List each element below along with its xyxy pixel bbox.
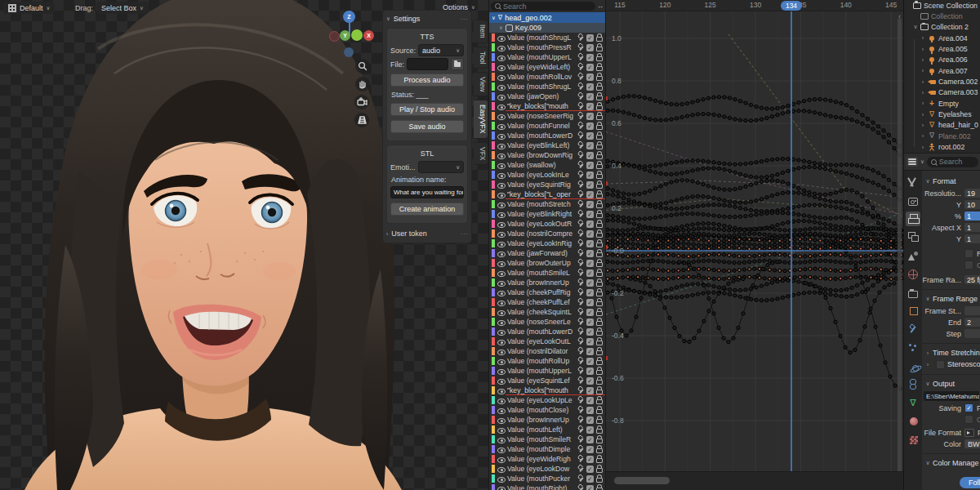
visibility-eye-icon[interactable] [497, 348, 506, 355]
modifier-wrench-icon[interactable] [577, 484, 585, 490]
channel-lock-icon[interactable] [595, 122, 603, 130]
channel-row[interactable]: Value (mouthClose) [489, 405, 605, 415]
outliner-item-area-006[interactable]: ›Area.006 [904, 55, 980, 65]
visibility-eye-icon[interactable] [497, 113, 506, 120]
channel-lock-icon[interactable] [595, 425, 603, 434]
drag-mode-dropdown[interactable]: Select Box ∨ [96, 2, 149, 14]
channel-lock-icon[interactable] [595, 102, 603, 110]
channel-lock-icon[interactable] [595, 327, 603, 336]
visibility-eye-icon[interactable] [497, 240, 506, 247]
visibility-eye-icon[interactable] [497, 181, 506, 189]
visibility-eye-icon[interactable] [497, 220, 506, 228]
emotion-dropdown[interactable]: ∨ [418, 161, 464, 173]
channel-row[interactable]: Value (mouthUpperL [489, 366, 605, 376]
channel-row[interactable]: Value (noseSneerLe [489, 317, 605, 327]
channel-lock-icon[interactable] [595, 200, 603, 208]
channel-enable-checkbox[interactable] [586, 240, 594, 247]
frame-rate-field[interactable]: 25 fp [964, 275, 980, 284]
channel-enable-checkbox[interactable] [586, 309, 594, 316]
visibility-eye-icon[interactable] [497, 211, 506, 218]
channel-row[interactable]: Value (mouthPressR [489, 42, 605, 52]
visibility-eye-icon[interactable] [497, 475, 506, 483]
modifier-wrench-icon[interactable] [577, 367, 585, 375]
sidebar-tab-view[interactable]: View [474, 72, 488, 96]
modifier-wrench-icon[interactable] [577, 474, 585, 483]
chevron-right-icon[interactable]: › [920, 100, 925, 106]
channel-lock-icon[interactable] [595, 278, 603, 287]
channel-lock-icon[interactable] [595, 229, 603, 238]
channel-lock-icon[interactable] [595, 308, 603, 316]
visibility-eye-icon[interactable] [497, 377, 506, 385]
channel-lock-icon[interactable] [595, 484, 603, 490]
outliner-item-area-007[interactable]: ›Area.007 [904, 65, 980, 76]
channel-row[interactable]: Value (mouthLowerD [489, 131, 605, 140]
sidebar-tab-vfx[interactable]: VFX [474, 142, 488, 166]
properties-tab-world[interactable] [906, 266, 920, 281]
channel-enable-checkbox[interactable] [586, 122, 594, 130]
ren-checkbox[interactable] [964, 249, 973, 258]
properties-tab-view-layer[interactable] [906, 229, 920, 244]
visibility-eye-icon[interactable] [497, 368, 506, 375]
modifier-wrench-icon[interactable] [577, 435, 585, 443]
modifier-wrench-icon[interactable] [577, 200, 585, 208]
visibility-eye-icon[interactable] [497, 426, 506, 434]
modifier-wrench-icon[interactable] [577, 92, 585, 100]
modifier-wrench-icon[interactable] [577, 278, 585, 287]
follow-scene-button[interactable]: Follo. [960, 477, 980, 488]
channel-row[interactable]: Value (noseSneerRig [489, 111, 605, 121]
channel-enable-checkbox[interactable] [586, 338, 594, 345]
channel-row[interactable]: Value (eyeBlinkRight [489, 209, 605, 219]
gizmo-z-axis[interactable]: Z [343, 11, 355, 23]
channel-lock-icon[interactable] [595, 406, 603, 414]
channel-row[interactable]: Value (swallow) [489, 160, 605, 170]
modifier-wrench-icon[interactable] [577, 318, 585, 326]
outliner-item-area-004[interactable]: ›Area.004 [904, 33, 980, 43]
camera-view-button[interactable] [354, 95, 369, 109]
visibility-eye-icon[interactable] [497, 299, 506, 306]
channel-lock-icon[interactable] [595, 318, 603, 326]
channel-lock-icon[interactable] [595, 347, 603, 355]
channel-lock-icon[interactable] [595, 180, 603, 189]
settings-panel-header[interactable]: ∨ Settings ⋯ [386, 13, 468, 24]
channel-row[interactable]: Value (browOuterUp [489, 258, 605, 268]
visibility-eye-icon[interactable] [497, 446, 506, 453]
outliner-item-root-002[interactable]: ›root.002 [904, 141, 980, 152]
channel-row[interactable]: "key_blocks["mouth [489, 101, 605, 111]
channel-row[interactable]: Value (mouthShrugL [489, 82, 605, 91]
outliner-item-camera-003[interactable]: ›Camera.003 [904, 87, 980, 98]
channel-row[interactable]: Value (mouthStretch [489, 199, 605, 209]
vertical-scrollbar[interactable] [898, 18, 902, 479]
modifier-wrench-icon[interactable] [577, 445, 585, 453]
channel-enable-checkbox[interactable] [586, 485, 594, 490]
modifier-wrench-icon[interactable] [577, 210, 585, 218]
channel-lock-icon[interactable] [595, 288, 603, 296]
channel-row[interactable]: Value (browInnerUp [489, 415, 605, 425]
channel-lock-icon[interactable] [595, 396, 603, 404]
channel-row[interactable]: Value (mouthPucker [489, 474, 605, 483]
source-dropdown[interactable]: audio ∨ [418, 44, 464, 56]
channel-enable-checkbox[interactable] [586, 74, 594, 81]
visibility-eye-icon[interactable] [497, 397, 506, 404]
channel-enable-checkbox[interactable] [586, 113, 594, 120]
format-section-header[interactable]: ∨ Format [922, 176, 980, 187]
channel-lock-icon[interactable] [595, 171, 603, 179]
properties-tab-particles[interactable] [906, 340, 920, 354]
create-animation-button[interactable]: Create animation [390, 203, 464, 216]
visibility-eye-icon[interactable] [497, 328, 506, 336]
output-section-header[interactable]: ∨ Output [922, 378, 980, 390]
outliner-item-area-005[interactable]: ›Area.005 [904, 43, 980, 54]
channel-row[interactable]: Value (eyeLookOutL [489, 336, 605, 346]
workspace-dropdown[interactable]: Default ∨ [3, 2, 55, 14]
chevron-right-icon[interactable]: › [920, 112, 925, 118]
chevron-right-icon[interactable]: › [920, 57, 925, 63]
horizontal-scrollbar[interactable] [614, 477, 670, 484]
modifier-wrench-icon[interactable] [577, 259, 585, 267]
channel-enable-checkbox[interactable] [586, 220, 594, 228]
pan-tool-button[interactable] [355, 77, 370, 91]
chevron-right-icon[interactable]: › [920, 35, 925, 41]
channel-lock-icon[interactable] [595, 357, 603, 365]
graph-editor[interactable]: 115120125130135140145 134 1.00.80.60.40.… [606, 0, 903, 490]
channel-enable-checkbox[interactable] [586, 54, 594, 61]
channel-enable-checkbox[interactable] [586, 446, 594, 453]
channel-row[interactable]: Value (eyeWideLeft) [489, 62, 605, 72]
